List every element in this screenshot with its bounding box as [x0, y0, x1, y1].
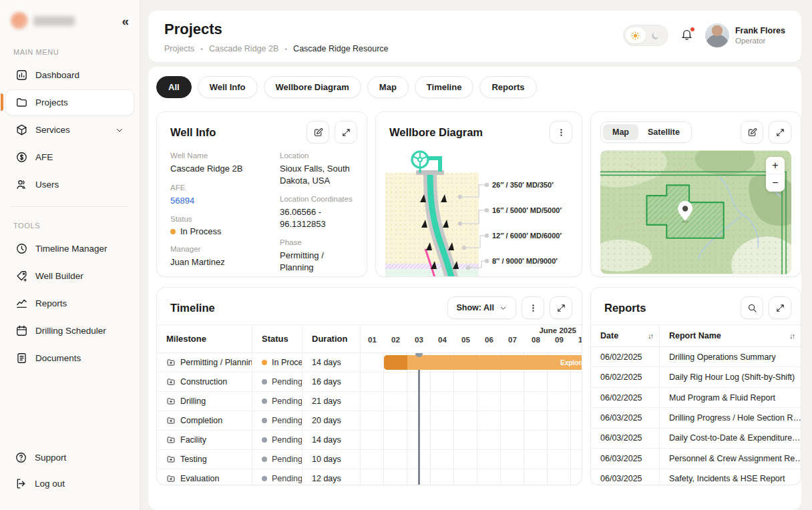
search-button[interactable] [741, 296, 763, 319]
sidebar-item-label: Users [35, 180, 59, 190]
folder-plus-icon [166, 358, 176, 367]
status-text: Pending [272, 377, 302, 387]
zoom-out-button[interactable]: − [766, 174, 785, 192]
column-header-milestone[interactable]: Milestone [157, 325, 252, 352]
breadcrumb-item[interactable]: Cascade Ridge Resource [284, 44, 388, 53]
report-name-cell[interactable]: Mud Program & Fluid Report [660, 388, 801, 407]
dark-mode-option[interactable] [646, 27, 666, 43]
map-canvas[interactable]: + − [600, 150, 791, 274]
sidebar-item-users[interactable]: Users [5, 172, 134, 198]
sidebar-item-timeline-manager[interactable]: Timeline Manager [5, 236, 134, 262]
chevron-down-icon [499, 304, 507, 312]
table-row[interactable]: 06/03/2025 Safety, Incidents & HSE Repor… [591, 469, 801, 485]
view-tab[interactable]: Reports [479, 76, 536, 98]
view-tab[interactable]: Map [367, 76, 409, 98]
column-header-status[interactable]: Status [252, 325, 302, 352]
afe-link[interactable]: 56894 [170, 195, 266, 207]
clock-icon [15, 242, 28, 255]
expand-button[interactable] [769, 296, 791, 319]
reports-card: Reports [590, 287, 801, 485]
logo-text-blurred [33, 16, 75, 26]
show-filter-dropdown[interactable]: Show: All [447, 296, 516, 319]
milestone-cell[interactable]: Construction [157, 372, 252, 391]
sidebar-item-projects[interactable]: Projects [5, 89, 134, 115]
sidebar-item-well-builder[interactable]: Well Builder [5, 263, 134, 289]
expand-button[interactable] [769, 121, 791, 144]
expand-button[interactable] [550, 296, 572, 319]
sidebar-collapse-button[interactable]: « [122, 15, 129, 27]
sidebar: « MAIN MENU Dashboard Projects Services [0, 0, 140, 510]
logout-button[interactable]: Log out [5, 471, 134, 496]
table-row[interactable]: 06/03/2025 Drilling Progress / Hole Sect… [591, 408, 801, 428]
sidebar-item-dashboard[interactable]: Dashboard [5, 62, 134, 88]
sort-icon[interactable]: ↓↑ [789, 332, 794, 340]
sidebar-item-afe[interactable]: AFE [5, 144, 134, 170]
report-date-cell: 06/03/2025 [591, 408, 660, 427]
gantt-day: 07 [501, 336, 524, 352]
column-header-report-name[interactable]: Report Name ↓↑ [660, 325, 801, 346]
view-tab[interactable]: Well Info [198, 76, 258, 98]
wellbore-diagram: 26″ / 350′ MD/350′ 16″ / 5000′ MD/5000′ … [385, 149, 574, 277]
gantt-day-labels: 01020304050607080910 [361, 336, 582, 352]
sidebar-item-services[interactable]: Services [5, 117, 134, 143]
well-info-body: Well Name Cascade Ridge 2B AFE 56894 Sta… [157, 149, 367, 277]
milestone-cell[interactable]: Permitting / Planning [157, 353, 252, 372]
notification-badge [690, 27, 695, 32]
table-row[interactable]: 06/02/2025 Mud Program & Fluid Report [591, 388, 801, 408]
notifications-button[interactable] [679, 27, 694, 45]
report-name-cell[interactable]: Daily Cost-to-Date & Expenditure… [660, 429, 801, 448]
gantt-bar-label: Exploration [560, 355, 582, 370]
status-dot [170, 229, 176, 234]
edit-button[interactable] [307, 121, 329, 144]
report-name-cell[interactable]: Drilling Operations Summary [660, 347, 801, 366]
light-mode-option[interactable] [626, 27, 646, 43]
breadcrumb-item[interactable]: Cascade Ridge 2B [200, 44, 278, 53]
table-row[interactable]: 06/02/2025 Drilling Operations Summary [591, 347, 801, 367]
edit-icon [313, 127, 323, 138]
column-header-date[interactable]: Date ↓↑ [591, 325, 660, 346]
milestone-cell[interactable]: Testing [157, 450, 252, 469]
field-value: 36.06566 - 96.1312853 [280, 206, 359, 230]
report-date-cell: 06/03/2025 [591, 469, 660, 485]
report-name-cell[interactable]: Daily Rig Hour Log (Shift-by-Shift) [660, 367, 801, 387]
edit-button[interactable] [741, 121, 763, 144]
view-tab[interactable]: All [156, 76, 192, 98]
milestone-cell[interactable]: Completion [157, 411, 252, 430]
kebab-menu-button[interactable] [522, 296, 544, 319]
report-name-cell[interactable]: Safety, Incidents & HSE Report [660, 469, 801, 485]
sidebar-item-documents[interactable]: Documents [5, 345, 134, 371]
map-view-button[interactable]: Map [603, 124, 638, 140]
well-info-col-right: Location Sioux Falls, South Dakota, USA … [280, 152, 359, 277]
milestone-cell[interactable]: Evaluation [157, 469, 252, 485]
sidebar-item-drilling-scheduler[interactable]: Drilling Scheduler [5, 318, 134, 344]
breadcrumb[interactable]: ProjectsCascade Ridge 2BCascade Ridge Re… [164, 44, 389, 53]
sort-icon[interactable]: ↓↑ [648, 332, 652, 340]
column-header-duration[interactable]: Duration [302, 325, 361, 352]
user-menu[interactable]: Frank Flores Operator [705, 23, 785, 47]
table-row[interactable]: 06/02/2025 Daily Rig Hour Log (Shift-by-… [591, 367, 801, 387]
reports-actions [741, 296, 791, 319]
table-row[interactable]: 06/03/2025 Personnel & Crew Assignment R… [591, 449, 801, 469]
kebab-menu-button[interactable] [550, 121, 572, 144]
breadcrumb-item[interactable]: Projects [164, 44, 194, 53]
expand-button[interactable] [335, 121, 357, 144]
report-name-cell[interactable]: Drilling Progress / Hole Section R… [660, 408, 801, 427]
field-coordinates: Location Coordinates 36.06566 - 96.13128… [280, 195, 359, 230]
report-name-cell[interactable]: Personnel & Crew Assignment Re… [660, 449, 801, 468]
field-label: Phase [280, 238, 359, 246]
milestone-cell[interactable]: Facility [157, 431, 252, 449]
view-tab[interactable]: Wellbore Diagram [264, 76, 361, 98]
expand-icon [341, 127, 351, 138]
satellite-view-button[interactable]: Satellite [638, 124, 689, 140]
reports-table-header: Date ↓↑ Report Name ↓↑ [591, 324, 801, 347]
sidebar-item-reports[interactable]: Reports [5, 290, 134, 316]
gantt-bar-exploration[interactable]: Exploration [384, 355, 582, 370]
milestone-cell[interactable]: Drilling [157, 392, 252, 411]
theme-toggle[interactable] [623, 25, 668, 46]
line-chart-icon [15, 297, 28, 310]
table-row[interactable]: 06/03/2025 Daily Cost-to-Date & Expendit… [591, 429, 801, 449]
view-tab[interactable]: Timeline [415, 76, 474, 98]
support-button[interactable]: Support [5, 445, 134, 470]
zoom-in-button[interactable]: + [766, 157, 785, 174]
column-label: Date [600, 331, 618, 340]
